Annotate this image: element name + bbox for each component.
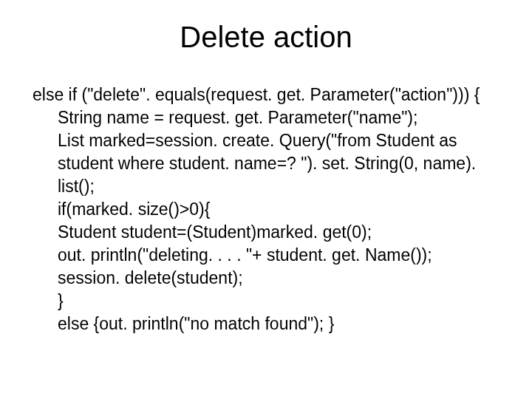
code-line: String name = request. get. Parameter("n…: [33, 106, 510, 129]
code-line: List marked=session. create. Query("from…: [33, 129, 510, 152]
code-line: }: [33, 290, 510, 313]
code-line: out. println("deleting. . . . "+ student…: [33, 244, 510, 267]
slide: Delete action else if ("delete". equals(…: [0, 0, 532, 399]
code-block: else if ("delete". equals(request. get. …: [0, 83, 532, 336]
slide-title: Delete action: [0, 21, 532, 54]
code-line: student where student. name=? "). set. S…: [33, 152, 510, 198]
code-line: else if ("delete". equals(request. get. …: [33, 83, 510, 106]
code-line: session. delete(student);: [33, 267, 510, 290]
code-line: Student student=(Student)marked. get(0);: [33, 221, 510, 244]
code-line: if(marked. size()>0){: [33, 198, 510, 221]
code-line: else {out. println("no match found"); }: [33, 313, 510, 335]
